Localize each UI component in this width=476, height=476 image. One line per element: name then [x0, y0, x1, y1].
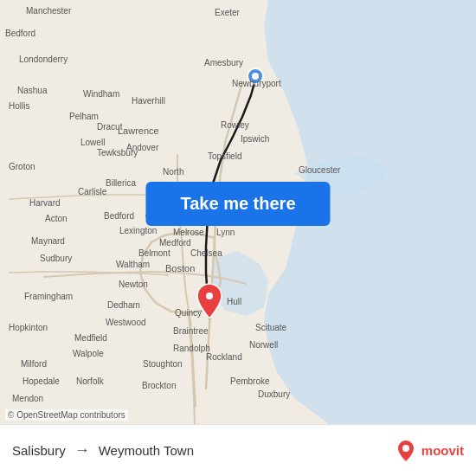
svg-text:Dracut: Dracut	[97, 122, 123, 132]
svg-text:Medfield: Medfield	[74, 333, 107, 343]
svg-text:Exeter: Exeter	[215, 8, 241, 17]
svg-text:Harvard: Harvard	[29, 198, 61, 208]
svg-text:Randolph: Randolph	[173, 344, 210, 353]
svg-text:Londonderry: Londonderry	[19, 55, 68, 64]
svg-text:Carlisle: Carlisle	[78, 187, 107, 196]
svg-text:Gloucester: Gloucester	[299, 165, 341, 175]
svg-text:Mendon: Mendon	[12, 394, 43, 403]
svg-text:Westwood: Westwood	[106, 318, 146, 327]
svg-text:Melrose: Melrose	[173, 228, 204, 237]
svg-text:Sudbury: Sudbury	[40, 254, 72, 263]
take-me-there-button[interactable]: Take me there	[145, 182, 330, 226]
svg-text:Waltham: Waltham	[116, 260, 150, 269]
svg-text:North: North	[163, 167, 183, 177]
map-attribution: © OpenStreetMap contributors	[5, 409, 128, 421]
svg-text:Framingham: Framingham	[24, 292, 73, 301]
arrow-right-icon: →	[74, 441, 90, 460]
bottom-bar: Salisbury → Weymouth Town moovit	[0, 424, 476, 476]
svg-text:Norwell: Norwell	[249, 340, 278, 350]
svg-text:Nashua: Nashua	[17, 86, 48, 95]
svg-text:Rowley: Rowley	[221, 120, 249, 130]
svg-text:Lynn: Lynn	[216, 228, 235, 237]
svg-text:Windham: Windham	[83, 89, 119, 99]
moovit-icon	[394, 439, 418, 463]
origin-label: Salisbury	[12, 443, 66, 458]
svg-text:Scituate: Scituate	[255, 323, 287, 332]
svg-text:Dedham: Dedham	[107, 300, 140, 310]
svg-point-63	[402, 445, 409, 452]
svg-text:Chelsea: Chelsea	[190, 248, 222, 258]
svg-text:Newton: Newton	[119, 280, 148, 289]
svg-text:Pelham: Pelham	[69, 112, 99, 121]
map-container: Manchester Exeter Bedford Londonderry Am…	[0, 0, 476, 424]
svg-text:Tewksbury: Tewksbury	[97, 148, 138, 158]
svg-text:Billerica: Billerica	[106, 178, 136, 188]
svg-text:Brockton: Brockton	[142, 381, 176, 390]
svg-text:Ipswich: Ipswich	[241, 134, 269, 144]
svg-text:Rockland: Rockland	[206, 352, 242, 362]
svg-text:Groton: Groton	[9, 162, 35, 171]
svg-text:Hollis: Hollis	[9, 101, 29, 111]
svg-text:Newburyport: Newburyport	[232, 79, 281, 88]
lawrence-label: Lawrence	[118, 125, 159, 136]
svg-text:Hopedale: Hopedale	[23, 376, 60, 386]
svg-text:Topsfield: Topsfield	[208, 151, 241, 161]
moovit-logo: moovit	[394, 439, 464, 463]
svg-text:Norfolk: Norfolk	[76, 376, 105, 386]
svg-text:Haverhill: Haverhill	[132, 96, 165, 106]
svg-text:Hopkinton: Hopkinton	[9, 323, 48, 332]
svg-text:Manchester: Manchester	[26, 6, 72, 16]
svg-text:Lowell: Lowell	[80, 138, 105, 147]
svg-point-3	[206, 293, 213, 299]
svg-text:Boston: Boston	[165, 263, 195, 273]
svg-text:Maynard: Maynard	[31, 236, 65, 246]
svg-text:Braintree: Braintree	[173, 326, 209, 336]
svg-text:Lexington: Lexington	[119, 226, 157, 235]
svg-text:Amesbury: Amesbury	[204, 58, 243, 68]
svg-text:Pembroke: Pembroke	[230, 376, 270, 386]
moovit-text: moovit	[421, 443, 464, 458]
destination-label: Weymouth Town	[99, 443, 194, 458]
svg-text:Stoughton: Stoughton	[143, 359, 183, 369]
svg-text:Hull: Hull	[227, 297, 241, 306]
svg-text:Bedford: Bedford	[5, 29, 35, 38]
svg-text:Acton: Acton	[45, 214, 68, 223]
svg-text:Duxbury: Duxbury	[258, 389, 290, 399]
svg-text:Walpole: Walpole	[73, 349, 104, 358]
svg-text:Quincy: Quincy	[175, 308, 202, 318]
svg-text:Medford: Medford	[159, 238, 191, 248]
svg-text:Bedford: Bedford	[104, 211, 134, 221]
svg-text:Milford: Milford	[21, 359, 47, 369]
svg-text:Belmont: Belmont	[138, 248, 170, 258]
